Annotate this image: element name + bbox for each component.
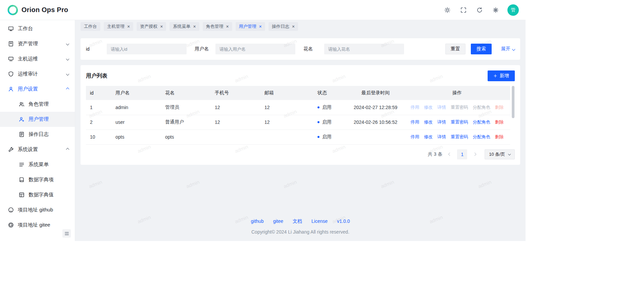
- reset-password-action-link[interactable]: 重置密码: [451, 105, 468, 110]
- close-icon[interactable]: ×: [226, 24, 229, 29]
- sidebar-item-label: 项目地址 gitee: [18, 222, 50, 228]
- sidebar-item-label: 角色管理: [29, 101, 49, 107]
- sidebar-item-user-management[interactable]: 用户管理: [0, 112, 75, 127]
- cell-phone: 12: [211, 100, 260, 115]
- app-root: Orion Ops Pro: [0, 0, 526, 241]
- filter-username-field: 用户名: [195, 44, 295, 54]
- tab-role-management[interactable]: 角色管理 ×: [203, 22, 232, 31]
- reset-password-action-link[interactable]: 重置密码: [451, 134, 468, 139]
- sidebar-item-dict-item[interactable]: 数据字典项: [0, 172, 75, 187]
- tab-operation-log[interactable]: 操作日志 ×: [268, 22, 298, 31]
- assign-role-action-link[interactable]: 分配角色: [473, 119, 490, 125]
- tab-system-menu[interactable]: 系统菜单 ×: [169, 22, 199, 31]
- sidebar-item-label: 主机运维: [18, 56, 38, 62]
- detail-action-link[interactable]: 详情: [437, 134, 446, 139]
- assign-role-action-link[interactable]: 分配角色: [473, 105, 490, 110]
- add-user-button[interactable]: 新增: [488, 70, 515, 81]
- disable-action-link[interactable]: 停用: [410, 119, 419, 125]
- tab-label: 操作日志: [272, 23, 289, 30]
- sidebar-item-label: 系统设置: [18, 146, 38, 153]
- cell-last-login: [347, 130, 404, 144]
- footer-links: github gitee 文档 License v1.0.0: [81, 218, 520, 225]
- disable-action-link[interactable]: 停用: [410, 105, 419, 110]
- plus-icon: [493, 74, 497, 78]
- sidebar-collapse-button[interactable]: [62, 229, 71, 238]
- close-icon[interactable]: ×: [160, 24, 163, 29]
- delete-action-link[interactable]: 删除: [495, 105, 504, 110]
- sidebar-item-workbench[interactable]: 工作台: [0, 21, 75, 36]
- sidebar-item-dict-value[interactable]: 数据字典值: [0, 187, 75, 202]
- footer-link-docs[interactable]: 文档: [293, 218, 302, 225]
- col-header-last-login: 最后登录时间: [347, 86, 404, 100]
- id-input[interactable]: [107, 44, 187, 54]
- footer-link-github[interactable]: github: [251, 218, 264, 225]
- pagination-prev-button[interactable]: [445, 150, 454, 159]
- sidebar-item-system-menu[interactable]: 系统菜单: [0, 157, 75, 172]
- edit-action-link[interactable]: 修改: [424, 105, 433, 110]
- delete-action-link[interactable]: 删除: [495, 119, 504, 125]
- reset-button[interactable]: 重置: [445, 44, 465, 54]
- sidebar-item-ops-audit[interactable]: 运维审计: [0, 66, 75, 82]
- footer-link-gitee[interactable]: gitee: [273, 218, 283, 225]
- cell-nickname: 管理员: [161, 100, 211, 115]
- sidebar-item-user-settings[interactable]: 用户设置: [0, 82, 75, 97]
- chevron-down-icon: [66, 57, 69, 61]
- close-icon[interactable]: ×: [193, 24, 196, 29]
- tab-user-management[interactable]: 用户管理 ×: [236, 22, 265, 31]
- footer-link-license[interactable]: License: [311, 218, 328, 225]
- page-footer: github gitee 文档 License v1.0.0 Copyright…: [81, 218, 520, 235]
- pagination-next-button[interactable]: [470, 150, 479, 159]
- pagination-page-button[interactable]: 1: [457, 149, 467, 159]
- table-scrollbar-track: [511, 86, 515, 145]
- tab-host-management[interactable]: 主机管理 ×: [104, 22, 133, 31]
- reset-password-action-link[interactable]: 重置密码: [451, 119, 468, 125]
- disable-action-link[interactable]: 停用: [410, 134, 419, 139]
- gitee-icon: [8, 222, 14, 228]
- edit-action-link[interactable]: 修改: [424, 119, 433, 125]
- sidebar-item-github[interactable]: 项目地址 github: [0, 202, 75, 217]
- shield-icon: [8, 71, 14, 77]
- sidebar-item-role-management[interactable]: 角色管理: [0, 97, 75, 112]
- edit-action-link[interactable]: 修改: [424, 134, 433, 139]
- sidebar-item-label: 操作日志: [29, 131, 49, 138]
- sidebar-item-label: 项目地址 github: [18, 207, 53, 213]
- sidebar-item-operation-log[interactable]: 操作日志: [0, 127, 75, 142]
- assign-role-action-link[interactable]: 分配角色: [473, 134, 490, 139]
- sidebar-item-host-ops[interactable]: 主机运维: [0, 51, 75, 66]
- theme-toggle-button[interactable]: [442, 4, 453, 16]
- settings-button[interactable]: [490, 4, 501, 16]
- menu-fold-icon: [64, 231, 69, 236]
- tab-workbench[interactable]: 工作台: [81, 22, 100, 31]
- chevron-down-icon: [512, 47, 515, 51]
- search-filter-card: id 用户名 花名 重置 搜索 展开: [81, 38, 520, 60]
- page-size-select[interactable]: 10 条/页: [485, 149, 515, 159]
- card-header: 用户列表 新增: [86, 70, 515, 81]
- search-button[interactable]: 搜索: [471, 44, 492, 54]
- asset-management-icon: [8, 41, 14, 47]
- fullscreen-button[interactable]: [458, 4, 469, 16]
- close-icon[interactable]: ×: [292, 24, 295, 29]
- workbench-icon: [8, 26, 14, 32]
- expand-toggle[interactable]: 展开: [501, 46, 515, 52]
- cell-email: [260, 130, 313, 144]
- sidebar-item-label: 系统菜单: [29, 161, 49, 168]
- brand[interactable]: Orion Ops Pro: [7, 5, 68, 15]
- sidebar-item-asset-management[interactable]: 资产管理: [0, 36, 75, 51]
- table-scrollbar-thumb[interactable]: [512, 86, 514, 118]
- sidebar-menu: 工作台 资产管理 主机运维: [0, 21, 75, 233]
- close-icon[interactable]: ×: [127, 24, 130, 29]
- gear-icon: [493, 7, 499, 13]
- delete-action-link[interactable]: 删除: [495, 134, 504, 139]
- status-text: 启用: [322, 104, 332, 110]
- sidebar-item-system-settings[interactable]: 系统设置: [0, 142, 75, 157]
- username-input[interactable]: [215, 44, 295, 54]
- footer-link-version[interactable]: v1.0.0: [337, 218, 350, 225]
- close-icon[interactable]: ×: [259, 24, 262, 29]
- detail-action-link[interactable]: 详情: [437, 105, 446, 110]
- detail-action-link[interactable]: 详情: [437, 119, 446, 125]
- cell-phone: 12: [211, 115, 260, 130]
- nickname-input[interactable]: [324, 44, 404, 54]
- user-avatar[interactable]: 管: [507, 4, 519, 16]
- refresh-button[interactable]: [474, 4, 485, 16]
- tab-asset-auth[interactable]: 资产授权 ×: [137, 22, 166, 31]
